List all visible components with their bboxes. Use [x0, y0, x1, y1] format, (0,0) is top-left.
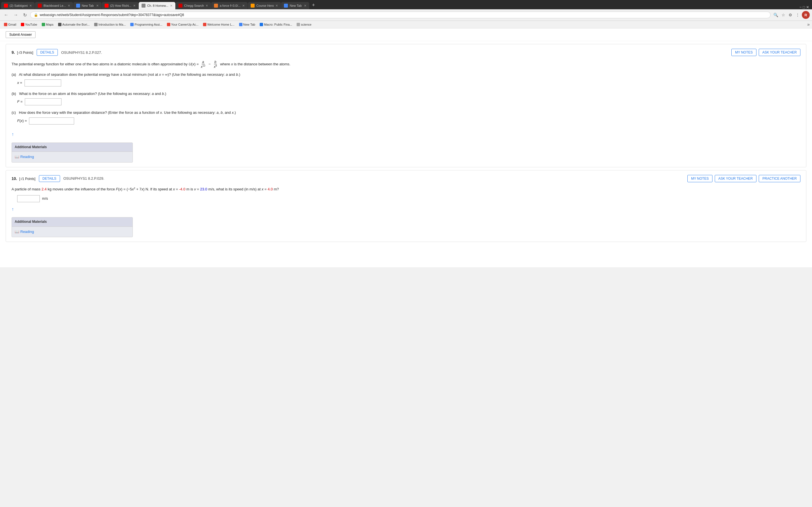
- bookmark-welcome-label: Welcome Home L...: [207, 23, 234, 26]
- question-9-my-notes-button[interactable]: MY NOTES: [731, 49, 756, 56]
- question-10-block: 10. [-/1 Points] DETAILS OSUNIPHYS1 8.2.…: [6, 170, 806, 242]
- tab-close[interactable]: ✕: [96, 4, 99, 8]
- question-10-ask-teacher-button[interactable]: ASK YOUR TEACHER: [715, 175, 756, 182]
- math-fraction-b: b x6: [213, 60, 217, 69]
- tab-title: (2) How Rishi...: [110, 4, 132, 7]
- forward-button[interactable]: →: [12, 12, 20, 18]
- tab-1[interactable]: (2) Sakkigoni ✕: [1, 2, 35, 9]
- automate-favicon: [58, 23, 61, 26]
- navigation-bar: ← → ↻ 🔒 webassign.net/web/Student/Assign…: [0, 9, 812, 21]
- tab-close[interactable]: ✕: [29, 4, 32, 8]
- tab-title: Course Hero: [256, 4, 274, 7]
- tab-title: New Tab: [82, 4, 94, 7]
- tab-close[interactable]: ✕: [133, 4, 136, 8]
- sub-c-var-label: F(x) =: [17, 118, 27, 124]
- bookmark-macro[interactable]: Macro: Public Fina...: [258, 22, 294, 27]
- tab-9[interactable]: New Tab ✕: [281, 2, 309, 9]
- page-content: Submit Answer 9. [-/3 Points] DETAILS OS…: [0, 29, 812, 267]
- v-value: 23.0: [200, 187, 207, 191]
- reload-button[interactable]: ↻: [21, 12, 29, 18]
- bookmark-youtube-label: YouTube: [25, 23, 37, 26]
- tab-5-active[interactable]: Ch. 8 Homew... ✕: [139, 2, 175, 9]
- bookmark-welcome[interactable]: Welcome Home L...: [201, 22, 236, 27]
- intro-favicon: [94, 23, 98, 26]
- bookmark-programming-label: Programming Assi...: [135, 23, 162, 26]
- sub-c-input[interactable]: [29, 117, 74, 124]
- scroll-up-icon[interactable]: ↑: [11, 131, 14, 138]
- question-9-header: 9. [-/3 Points] DETAILS OSUNIPHYS1 8.2.P…: [11, 49, 801, 56]
- additional-materials-q9: Additional Materials 📖 Reading: [11, 143, 133, 163]
- bookmark-maps-label: Maps: [46, 23, 54, 26]
- question-10-title-area: 10. [-/1 Points] DETAILS OSUNIPHYS1 8.2.…: [11, 175, 104, 182]
- maximize-icon[interactable]: □: [803, 5, 805, 9]
- more-icon[interactable]: ⋮: [795, 11, 801, 19]
- bookmark-automate[interactable]: Automate the Bori...: [56, 22, 91, 27]
- question-10-answer-input[interactable]: [17, 195, 40, 202]
- tab-7[interactable]: a force f=3.0/... ✕: [211, 2, 248, 9]
- bookmarks-more-icon[interactable]: »: [807, 22, 810, 27]
- question-9-ask-teacher-button[interactable]: ASK YOUR TEACHER: [759, 49, 801, 56]
- arrow-up-q9[interactable]: ↑: [11, 129, 801, 140]
- question-9-details-button[interactable]: DETAILS: [37, 49, 58, 56]
- question-10-header: 10. [-/1 Points] DETAILS OSUNIPHYS1 8.2.…: [11, 175, 801, 182]
- tab-favicon: [179, 4, 183, 8]
- tab-6[interactable]: Chegg Search ✕: [175, 2, 211, 9]
- tab-3[interactable]: New Tab ✕: [73, 2, 101, 9]
- submit-answer-button[interactable]: Submit Answer: [6, 31, 36, 38]
- reading-link-label-q10: Reading: [20, 229, 34, 235]
- question-10-practice-another-button[interactable]: PRACTICE ANOTHER: [759, 175, 801, 182]
- bookmark-icon[interactable]: ☆: [780, 11, 786, 19]
- tab-close[interactable]: ✕: [206, 4, 208, 8]
- tab-favicon: [76, 4, 80, 8]
- question-9-body: The potential energy function for either…: [11, 60, 801, 163]
- x1-value: -4.0: [179, 187, 185, 191]
- sub-b-input[interactable]: [25, 98, 61, 105]
- additional-materials-q10: Additional Materials 📖 Reading: [11, 217, 133, 237]
- bookmark-careerup[interactable]: Your CareerUp Ac...: [165, 22, 200, 27]
- bookmark-science-label: science: [301, 23, 311, 26]
- question-10-details-button[interactable]: DETAILS: [39, 175, 60, 182]
- sub-a-input[interactable]: [24, 79, 61, 87]
- tab-title: Ch. 8 Homew...: [147, 4, 168, 7]
- tab-close[interactable]: ✕: [304, 4, 306, 8]
- close-window-icon[interactable]: ✕: [806, 5, 809, 9]
- bookmark-maps[interactable]: Maps: [40, 22, 55, 27]
- x2-value: 4.0: [267, 187, 273, 191]
- tab-bar: (2) Sakkigoni ✕ Blackboard Le... ✕ New T…: [0, 0, 812, 9]
- tab-close[interactable]: ✕: [275, 4, 278, 8]
- tab-close[interactable]: ✕: [242, 4, 245, 8]
- question-9-sub-c: (c) How does the force vary with the sep…: [11, 110, 801, 124]
- careerup-favicon: [167, 23, 170, 26]
- back-button[interactable]: ←: [2, 12, 10, 18]
- tab-4[interactable]: (2) How Rishi... ✕: [102, 2, 139, 9]
- minimize-icon[interactable]: −: [800, 5, 802, 9]
- question-9-block: 9. [-/3 Points] DETAILS OSUNIPHYS1 8.2.P…: [6, 44, 806, 167]
- bookmark-youtube[interactable]: YouTube: [19, 22, 39, 27]
- bookmark-intro-label: Introduction to Ma...: [98, 23, 126, 26]
- account-avatar[interactable]: R: [802, 11, 810, 19]
- tab-8[interactable]: Course Hero ✕: [248, 2, 281, 9]
- sub-c-letter: (c): [11, 110, 16, 115]
- scroll-up-icon-q10[interactable]: ↑: [11, 206, 14, 213]
- reading-link-q10[interactable]: 📖 Reading: [15, 229, 130, 235]
- tab-close[interactable]: ✕: [170, 4, 172, 8]
- bookmark-programming[interactable]: Programming Assi...: [129, 22, 164, 27]
- bookmark-gmail-label: Gmail: [8, 23, 16, 26]
- sub-b-letter: (b): [11, 92, 16, 96]
- address-bar[interactable]: 🔒 webassign.net/web/Student/Assignment-R…: [30, 11, 770, 18]
- bookmark-gmail[interactable]: Gmail: [2, 22, 18, 27]
- reading-link-q9[interactable]: 📖 Reading: [15, 154, 130, 160]
- question-10-number: 10. [-/1 Points]: [11, 176, 36, 181]
- search-icon[interactable]: 🔍: [772, 11, 779, 19]
- tab-close[interactable]: ✕: [68, 4, 70, 8]
- question-9-sub-b: (b) What is the force on an atom at this…: [11, 91, 801, 106]
- bookmark-science[interactable]: science: [295, 22, 313, 27]
- bookmark-intro[interactable]: Introduction to Ma...: [93, 22, 128, 27]
- arrow-up-q10[interactable]: ↑: [11, 204, 801, 215]
- question-10-my-notes-button[interactable]: MY NOTES: [688, 175, 712, 182]
- tab-2[interactable]: Blackboard Le... ✕: [35, 2, 73, 9]
- new-tab-button[interactable]: +: [310, 1, 317, 9]
- extensions-icon[interactable]: ⚙: [788, 11, 794, 19]
- sub-a-letter: (a): [11, 72, 16, 76]
- bookmark-newtab[interactable]: New Tab: [238, 22, 257, 27]
